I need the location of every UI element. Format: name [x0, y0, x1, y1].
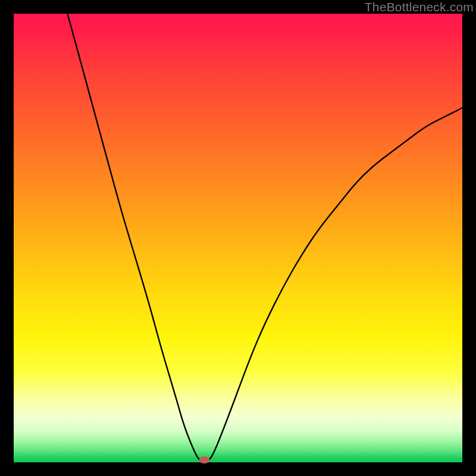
bottleneck-curve-path: [68, 14, 463, 462]
chart-frame: TheBottleneck.com: [0, 0, 476, 476]
chart-min-marker: [199, 456, 209, 464]
watermark-text: TheBottleneck.com: [365, 0, 474, 14]
chart-svg: [14, 14, 462, 462]
chart-plot-area: [14, 14, 462, 462]
